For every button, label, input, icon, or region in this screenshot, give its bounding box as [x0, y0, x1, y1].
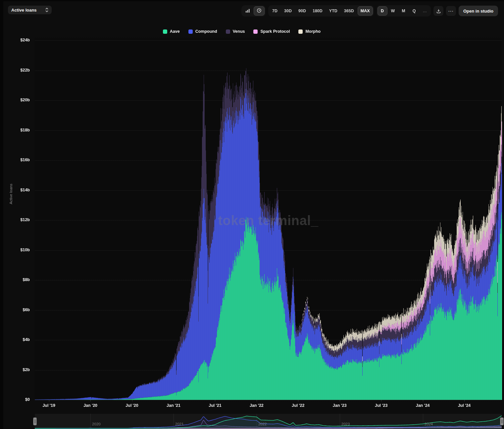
- range-max-button[interactable]: MAX: [358, 6, 373, 16]
- clock-view-button[interactable]: [254, 6, 265, 16]
- chart-header: Active loans 7D30D90D180DYTD365DMAX DWMQ…: [3, 1, 501, 21]
- y-tick-label: $20b: [10, 98, 30, 102]
- range-30d-button[interactable]: 30D: [281, 6, 295, 16]
- x-tick-label: Jan '22: [245, 403, 268, 408]
- y-tick-label: $0: [10, 397, 30, 402]
- chart-type-group: [241, 5, 266, 17]
- more-options-button[interactable]: ···: [446, 6, 456, 16]
- y-tick-label: $8b: [10, 277, 30, 282]
- brush-year-label: 2023: [341, 422, 350, 426]
- interval-d-button[interactable]: D: [378, 6, 387, 16]
- brush-year-label: 2020: [92, 422, 101, 426]
- legend-swatch: [226, 29, 230, 34]
- x-tick-label: Jul '19: [37, 403, 61, 408]
- legend-item-venus[interactable]: Venus: [226, 29, 245, 34]
- clock-icon: [257, 8, 262, 14]
- legend-label: Venus: [233, 29, 245, 34]
- legend-item-morpho[interactable]: Morpho: [298, 29, 321, 34]
- x-tick-label: Jan '21: [162, 403, 185, 408]
- interval-more-button[interactable]: …: [420, 6, 430, 16]
- legend-swatch: [163, 29, 167, 34]
- download-button[interactable]: [433, 6, 443, 16]
- interval-group: DWMQ…: [377, 5, 431, 17]
- legend-label: Compound: [195, 29, 217, 34]
- bar-chart-icon: [245, 8, 250, 14]
- x-tick-label: Jan '23: [328, 403, 351, 408]
- legend-item-spark-protocol[interactable]: Spark Protocol: [253, 29, 290, 34]
- metric-selector-label: Active loans: [11, 8, 37, 13]
- brush-left-handle[interactable]: [33, 417, 37, 425]
- interval-m-button[interactable]: M: [399, 6, 409, 16]
- x-tick-label: Jul '22: [286, 403, 310, 408]
- range-90d-button[interactable]: 90D: [295, 6, 309, 16]
- updown-chevron-icon: [45, 8, 48, 12]
- y-tick-label: $2b: [10, 367, 30, 372]
- y-tick-label: $18b: [10, 128, 30, 132]
- x-tick-label: Jan '20: [79, 403, 102, 408]
- range-180d-button[interactable]: 180D: [310, 6, 326, 16]
- bar-chart-view-button[interactable]: [242, 6, 253, 16]
- brush-right-handle[interactable]: [500, 417, 504, 425]
- x-tick-label: Jul '23: [370, 403, 393, 408]
- x-tick-label: Jul '21: [203, 403, 227, 408]
- y-tick-label: $16b: [10, 158, 30, 162]
- active-loans-stacked-area-chart[interactable]: [3, 1, 504, 429]
- y-tick-label: $6b: [10, 308, 30, 312]
- y-tick-label: $24b: [10, 38, 30, 42]
- y-tick-label: $22b: [10, 68, 30, 72]
- y-tick-label: $14b: [10, 188, 30, 192]
- legend-swatch: [253, 29, 258, 34]
- chart-card: Active loans 7D30D90D180DYTD365DMAX DWMQ…: [3, 1, 501, 429]
- y-tick-label: $12b: [10, 217, 30, 222]
- x-tick-label: Jul '24: [453, 403, 476, 408]
- chart-legend: AaveCompoundVenusSpark ProtocolMorpho: [22, 29, 462, 34]
- legend-swatch: [298, 29, 303, 34]
- legend-label: Morpho: [305, 29, 321, 34]
- range-7d-button[interactable]: 7D: [269, 6, 280, 16]
- legend-swatch: [188, 29, 193, 34]
- y-tick-label: $10b: [10, 248, 30, 252]
- range-ytd-button[interactable]: YTD: [326, 6, 340, 16]
- legend-label: Aave: [170, 29, 180, 34]
- download-icon: [436, 9, 441, 14]
- interval-w-button[interactable]: W: [388, 6, 398, 16]
- chart-toolbar: 7D30D90D180DYTD365DMAX DWMQ… ··· Open in…: [241, 5, 498, 17]
- brush-year-label: 2024: [425, 422, 433, 426]
- ellipsis-icon: ···: [448, 9, 454, 14]
- range-365d-button[interactable]: 365D: [341, 6, 357, 16]
- open-in-studio-button[interactable]: Open in studio: [459, 6, 498, 16]
- interval-q-button[interactable]: Q: [409, 6, 419, 16]
- y-axis-title: Active loans: [9, 200, 13, 204]
- metric-selector-dropdown[interactable]: Active loans: [8, 6, 52, 14]
- time-range-group: 7D30D90D180DYTD365DMAX: [268, 5, 374, 17]
- legend-label: Spark Protocol: [260, 29, 290, 34]
- legend-item-aave[interactable]: Aave: [163, 29, 180, 34]
- x-tick-label: Jan '24: [411, 403, 434, 408]
- y-tick-label: $4b: [10, 337, 30, 342]
- brush-year-label: 2022: [258, 422, 267, 426]
- brush-year-label: 2021: [175, 422, 184, 426]
- x-tick-label: Jul '20: [121, 403, 144, 408]
- legend-item-compound[interactable]: Compound: [188, 29, 217, 34]
